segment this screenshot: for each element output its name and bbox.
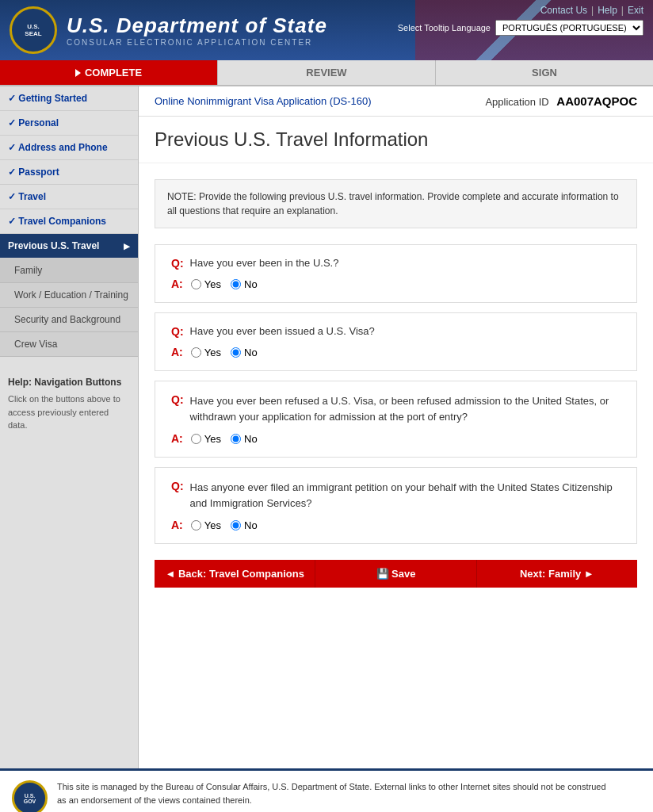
next-button[interactable]: Next: Family ► bbox=[477, 560, 637, 588]
q3-text: Have you ever been refused a U.S. Visa, … bbox=[190, 393, 621, 424]
app-id-block: Application ID AA007AQPOC bbox=[485, 94, 637, 108]
sidebar-item-passport[interactable]: ✓ Passport bbox=[0, 160, 138, 185]
dept-state: State bbox=[273, 13, 327, 37]
sidebar-item-travel-companions[interactable]: ✓ Travel Companions bbox=[0, 209, 138, 234]
sidebar-item-travel[interactable]: ✓ Travel bbox=[0, 185, 138, 209]
sidebar-item-crew-visa[interactable]: Crew Visa bbox=[0, 332, 138, 357]
header-right: Contact Us | Help | Exit Select Tooltip … bbox=[398, 5, 643, 36]
q3-no-option[interactable]: No bbox=[231, 433, 258, 445]
sidebar-item-family[interactable]: Family bbox=[0, 259, 138, 283]
page-title: Previous U.S. Travel Information bbox=[139, 117, 653, 163]
sidebar-item-personal[interactable]: ✓ Personal bbox=[0, 111, 138, 136]
q4-radio-group: Yes No bbox=[191, 519, 258, 531]
q4-text: Has anyone ever filed an immigrant petit… bbox=[190, 480, 621, 511]
tab-complete[interactable]: COMPLETE bbox=[0, 60, 217, 85]
tab-sign[interactable]: SIGN bbox=[435, 60, 653, 85]
q2-text: Have you ever been issued a U.S. Visa? bbox=[190, 325, 375, 337]
footer-text: This site is managed by the Bureau of Co… bbox=[57, 780, 616, 806]
question-block-2: Q: Have you ever been issued a U.S. Visa… bbox=[155, 312, 637, 371]
content-header: Online Nonimmigrant Visa Application (DS… bbox=[139, 86, 653, 117]
dept-name: U.S. Department bbox=[67, 13, 239, 37]
sidebar-item-address[interactable]: ✓ Address and Phone bbox=[0, 136, 138, 160]
back-button[interactable]: ◄ Back: Travel Companions bbox=[155, 560, 315, 588]
app-id: AA007AQPOC bbox=[556, 94, 637, 108]
sidebar-item-previous-travel[interactable]: Previous U.S. Travel ▶ bbox=[0, 234, 138, 259]
bottom-nav: ◄ Back: Travel Companions 💾 Save Next: F… bbox=[155, 560, 637, 588]
a4-label: A: bbox=[171, 519, 183, 531]
sidebar-item-work-education[interactable]: Work / Education / Training bbox=[0, 283, 138, 308]
sub-title: CONSULAR ELECTRONIC APPLICATION CENTER bbox=[67, 38, 327, 47]
q1-radio-group: Yes No bbox=[191, 278, 258, 290]
content-area: Online Nonimmigrant Visa Application (DS… bbox=[139, 86, 653, 768]
q3-radio-group: Yes No bbox=[191, 433, 258, 445]
tab-review[interactable]: REVIEW bbox=[217, 60, 435, 85]
q4-yes-option[interactable]: Yes bbox=[191, 519, 221, 531]
nav-bar: COMPLETE REVIEW SIGN bbox=[0, 60, 653, 86]
sidebar-item-getting-started[interactable]: ✓ Getting Started bbox=[0, 86, 138, 111]
sidebar: ✓ Getting Started ✓ Personal ✓ Address a… bbox=[0, 86, 139, 768]
a1-label: A: bbox=[171, 278, 183, 290]
lang-label: Select Tooltip Language bbox=[398, 23, 491, 33]
q1-label: Q: bbox=[171, 257, 184, 270]
footer: U.S.GOV This site is managed by the Bure… bbox=[0, 768, 653, 812]
q2-radio-group: Yes No bbox=[191, 347, 258, 358]
a2-label: A: bbox=[171, 346, 183, 358]
q1-no-option[interactable]: No bbox=[231, 278, 258, 290]
q2-no-option[interactable]: No bbox=[231, 347, 258, 358]
header-links: Contact Us | Help | Exit bbox=[540, 5, 643, 16]
header-seal: U.S.SEAL bbox=[10, 6, 57, 54]
help-link[interactable]: Help bbox=[598, 5, 617, 16]
header-title-block: U.S. Department of State CONSULAR ELECTR… bbox=[67, 13, 327, 47]
q4-label: Q: bbox=[171, 480, 184, 492]
a3-label: A: bbox=[171, 432, 183, 445]
question-block-4: Q: Has anyone ever filed an immigrant pe… bbox=[155, 467, 637, 544]
q2-yes-option[interactable]: Yes bbox=[191, 347, 221, 358]
note-box: NOTE: Provide the following previous U.S… bbox=[155, 179, 637, 228]
footer-seal: U.S.GOV bbox=[12, 780, 48, 812]
exit-link[interactable]: Exit bbox=[628, 5, 643, 16]
main-container: ✓ Getting Started ✓ Personal ✓ Address a… bbox=[0, 86, 653, 768]
contact-link[interactable]: Contact Us bbox=[540, 5, 587, 16]
language-selector: Select Tooltip Language PORTUGUÊS (PORTU… bbox=[398, 20, 643, 36]
q1-yes-option[interactable]: Yes bbox=[191, 278, 221, 290]
save-button[interactable]: 💾 Save bbox=[315, 560, 476, 588]
q3-yes-option[interactable]: Yes bbox=[191, 433, 221, 445]
help-text: Click on the buttons above to access pre… bbox=[8, 393, 130, 432]
header: U.S.SEAL U.S. Department of State CONSUL… bbox=[0, 0, 653, 60]
form-title: Online Nonimmigrant Visa Application (DS… bbox=[155, 95, 372, 107]
q1-text: Have you ever been in the U.S.? bbox=[190, 257, 339, 269]
question-block-3: Q: Have you ever been refused a U.S. Vis… bbox=[155, 381, 637, 458]
q2-label: Q: bbox=[171, 325, 184, 338]
question-block-1: Q: Have you ever been in the U.S.? A: Ye… bbox=[155, 244, 637, 303]
sidebar-arrow-icon: ▶ bbox=[124, 242, 130, 251]
content-body: NOTE: Provide the following previous U.S… bbox=[139, 163, 653, 603]
help-title: Help: Navigation Buttons bbox=[8, 377, 130, 388]
q3-label: Q: bbox=[171, 393, 184, 406]
help-section: Help: Navigation Buttons Click on the bu… bbox=[0, 365, 138, 444]
q4-no-option[interactable]: No bbox=[231, 519, 258, 531]
sidebar-item-security[interactable]: Security and Background bbox=[0, 308, 138, 332]
language-dropdown[interactable]: PORTUGUÊS (PORTUGUESE) ENGLISH ESPAÑOL (… bbox=[495, 20, 643, 36]
footer-content: This site is managed by the Bureau of Co… bbox=[57, 780, 616, 812]
